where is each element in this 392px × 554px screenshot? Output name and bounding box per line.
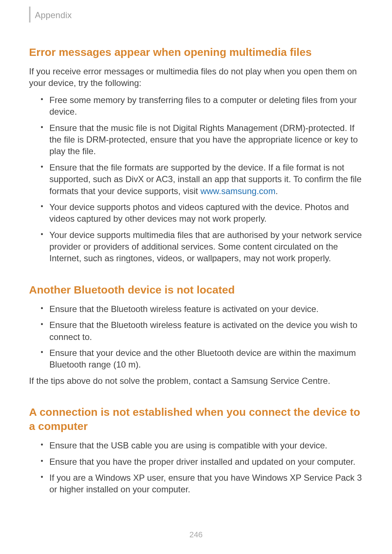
list-item: Your device supports photos and videos c… — [41, 201, 363, 225]
bullet-list-connection: Ensure that the USB cable you are using … — [29, 440, 363, 496]
samsung-link[interactable]: www.samsung.com — [200, 186, 275, 196]
list-item: Ensure that you have the proper driver i… — [41, 456, 363, 468]
list-item: Ensure that the USB cable you are using … — [41, 440, 363, 451]
list-item-text: . — [275, 186, 278, 196]
section-heading-multimedia: Error messages appear when opening multi… — [29, 45, 363, 59]
intro-text: If you receive error messages or multime… — [29, 66, 363, 89]
list-item: Ensure that your device and the other Bl… — [41, 347, 363, 371]
header-divider-icon — [29, 7, 30, 22]
page-header: Appendix — [29, 10, 363, 22]
list-item: Ensure that the music file is not Digita… — [41, 122, 363, 157]
list-item: Free some memory by transferring files t… — [41, 94, 363, 118]
page: Appendix Error messages appear when open… — [0, 0, 392, 554]
list-item: Your device supports multimedia files th… — [41, 229, 363, 264]
closing-text: If the tips above do not solve the probl… — [29, 375, 363, 387]
section-connection: A connection is not established when you… — [29, 405, 363, 496]
section-heading-bluetooth: Another Bluetooth device is not located — [29, 283, 363, 297]
list-item: Ensure that the Bluetooth wireless featu… — [41, 303, 363, 315]
list-item: If you are a Windows XP user, ensure tha… — [41, 472, 363, 496]
list-item: Ensure that the Bluetooth wireless featu… — [41, 319, 363, 343]
list-item: Ensure that the file formats are support… — [41, 162, 363, 197]
bullet-list-bluetooth: Ensure that the Bluetooth wireless featu… — [29, 303, 363, 371]
section-heading-connection: A connection is not established when you… — [29, 405, 363, 433]
section-multimedia: Error messages appear when opening multi… — [29, 45, 363, 264]
page-number: 246 — [0, 530, 392, 539]
breadcrumb: Appendix — [35, 10, 72, 20]
section-bluetooth: Another Bluetooth device is not located … — [29, 283, 363, 387]
bullet-list-multimedia: Free some memory by transferring files t… — [29, 94, 363, 264]
